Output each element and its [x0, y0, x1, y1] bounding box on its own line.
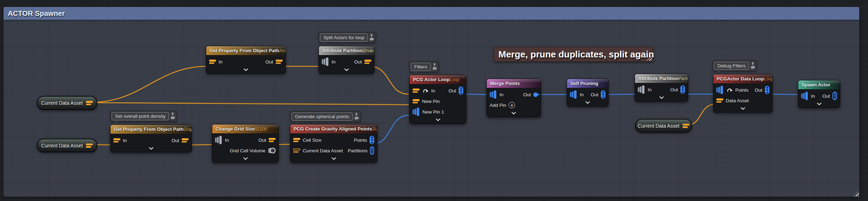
bubble-pin-icon[interactable]	[433, 63, 436, 67]
bubble-comment-icon[interactable]	[433, 67, 437, 71]
collapse-chevron-icon[interactable]	[635, 95, 688, 100]
wire[interactable]	[606, 94, 636, 95]
pin-data-icon[interactable]	[86, 101, 93, 105]
bubble-comment-icon[interactable]	[751, 66, 755, 69]
pin-data-icon[interactable]	[276, 60, 283, 64]
node-title: PCG Actor Loop	[413, 77, 450, 82]
pin-multidata-out-icon[interactable]	[370, 146, 374, 155]
bubble-text: Set overall point density	[112, 112, 169, 120]
collapse-chevron-icon[interactable]	[487, 110, 541, 116]
pin-multidata-icon[interactable]	[322, 57, 329, 66]
node-current-data-asset-2[interactable]: Current Data Asset	[37, 139, 97, 152]
node-current-data-asset-1[interactable]: Current Data Asset	[37, 96, 97, 110]
wire[interactable]	[188, 145, 214, 145]
node-spawn-actor[interactable]: Spawn Actor InOut	[798, 80, 840, 108]
pin-multidata-out-icon[interactable]	[680, 85, 685, 94]
pill-label: Current Data Asset	[41, 143, 83, 148]
collapse-chevron-icon[interactable]	[290, 156, 377, 162]
node-comment-bubble[interactable]: Generate spherical points	[290, 111, 361, 122]
node-comment-bubble[interactable]: Split Actors for loop	[319, 32, 376, 43]
node-change-grid-size[interactable]: Change Grid Size51200 InOutGrid Cell Vol…	[212, 124, 279, 163]
node-comment-bubble[interactable]: Debug Filters	[712, 60, 757, 71]
node-header: PCGActor Data LoopLoop	[713, 74, 772, 83]
node-header: PCG Create Gravity Aligned PointsSubgrap…	[290, 124, 377, 133]
pin-data-icon[interactable]	[182, 138, 189, 142]
pin-multidata-icon[interactable]	[638, 85, 645, 94]
collapse-chevron-icon[interactable]	[212, 156, 278, 162]
wire[interactable]	[464, 94, 488, 95]
bubble-comment-icon[interactable]	[354, 117, 359, 120]
collapse-chevron-icon[interactable]	[410, 117, 466, 123]
comment-note[interactable]: Merge, prune duplicates, split again	[494, 47, 653, 62]
node-pcg-actor-loop[interactable]: PCG Actor LoopLoop InOutNew Pin New Pin …	[409, 75, 466, 124]
bubble-pin-icon[interactable]	[171, 112, 175, 116]
node-pcg-create-gravity-aligned-points[interactable]: PCG Create Gravity Aligned PointsSubgrap…	[290, 124, 377, 163]
node-get-property-density[interactable]: Get Property From Object PathGraphSettin…	[110, 124, 192, 152]
comment-group-header[interactable]: ACTOR Spawner	[4, 7, 859, 20]
pin-volume-icon[interactable]	[270, 148, 276, 153]
node-subtitle: GraphSettings.ActorsPointDensity	[183, 127, 191, 132]
node-comment-bubble[interactable]: Filters	[409, 61, 439, 72]
node-title: Self Pruning	[570, 81, 598, 86]
collapse-chevron-icon[interactable]	[798, 101, 840, 107]
node-current-data-asset-3[interactable]: Current Data Asset	[635, 119, 692, 133]
pin-data-icon[interactable]	[209, 60, 216, 64]
node-subtitle: 51200	[255, 127, 267, 132]
collapse-chevron-icon[interactable]	[567, 100, 608, 105]
node-merge-points[interactable]: Merge Points InOutAdd Pin+	[486, 79, 541, 117]
pin-row: InOut	[212, 135, 278, 145]
collapse-chevron-icon[interactable]	[111, 146, 191, 151]
bubble-comment-icon[interactable]	[370, 38, 374, 41]
node-header: Get Property From Object PathActors	[206, 46, 285, 55]
pin-row: New Pin 1	[410, 106, 466, 117]
pin-multidata-out-icon[interactable]	[832, 92, 837, 100]
bubble-pin-icon[interactable]	[751, 62, 755, 66]
bubble-comment-icon[interactable]	[171, 116, 175, 120]
collapse-chevron-icon[interactable]	[713, 106, 772, 111]
add-pin-icon[interactable]: +	[509, 102, 515, 108]
node-attribute-partition-index[interactable]: Attribute Partition$Index InOut	[319, 46, 375, 74]
node-pcgactor-data-loop[interactable]: PCGActor Data LoopLoop PointsOutData Ass…	[713, 74, 773, 112]
pin-data-icon[interactable]	[293, 138, 300, 142]
pin-multidata-icon[interactable]	[716, 86, 724, 94]
pin-label: In	[225, 138, 229, 143]
bubble-pin-icon[interactable]	[354, 113, 358, 117]
comment-resize-handle[interactable]	[853, 191, 859, 196]
node-comment-bubble[interactable]: Set overall point density	[110, 111, 177, 122]
wire[interactable]	[769, 94, 799, 95]
collapse-chevron-icon[interactable]	[206, 67, 285, 73]
pin-label: Out	[171, 138, 179, 143]
pin-label: In	[431, 88, 435, 93]
pin-multidata-icon[interactable]	[801, 92, 809, 100]
collapse-chevron-icon[interactable]	[319, 67, 374, 73]
pin-multidata-out-icon[interactable]	[370, 136, 374, 144]
node-self-pruning[interactable]: Self Pruning InOut	[567, 79, 609, 106]
pin-data-icon[interactable]	[364, 60, 371, 64]
bubble-text: Filters	[411, 63, 431, 71]
node-header: Spawn Actor	[798, 80, 840, 89]
node-get-property-actors[interactable]: Get Property From Object PathActorsInOut	[206, 46, 286, 74]
pin-data-icon[interactable]	[113, 138, 120, 142]
pin-label: Points	[735, 87, 749, 93]
node-title: Merge Points	[490, 81, 520, 86]
bubble-pin-icon[interactable]	[370, 34, 373, 38]
pin-multidata-icon[interactable]	[413, 108, 420, 116]
pin-data-icon[interactable]	[413, 89, 420, 93]
pin-multidata-icon[interactable]	[490, 90, 497, 99]
pin-multidata-out-icon[interactable]	[765, 86, 769, 94]
graph-canvas[interactable]: { "group_comment": { "title": "ACTOR Spa…	[0, 0, 868, 201]
pin-data-icon[interactable]	[413, 99, 420, 103]
pin-row: InOut	[319, 56, 374, 67]
pin-data-icon[interactable]	[683, 124, 690, 128]
pin-multidata-icon[interactable]	[570, 90, 577, 99]
pin-multidata-out-icon[interactable]	[601, 90, 605, 99]
node-attribute-partition-partitionindex[interactable]: Attribute PartitionPartitionIndex InOut	[635, 74, 688, 102]
pin-multidata-icon[interactable]	[215, 136, 222, 144]
pin-data-icon[interactable]	[86, 144, 93, 148]
pin-data-icon[interactable]	[716, 98, 723, 103]
pin-data-icon[interactable]	[269, 138, 276, 142]
pin-row: InOut	[635, 84, 688, 95]
pin-multidata-out-icon[interactable]	[459, 86, 463, 95]
pin-point-out-icon[interactable]	[533, 92, 538, 97]
pin-data-icon[interactable]	[293, 148, 300, 153]
